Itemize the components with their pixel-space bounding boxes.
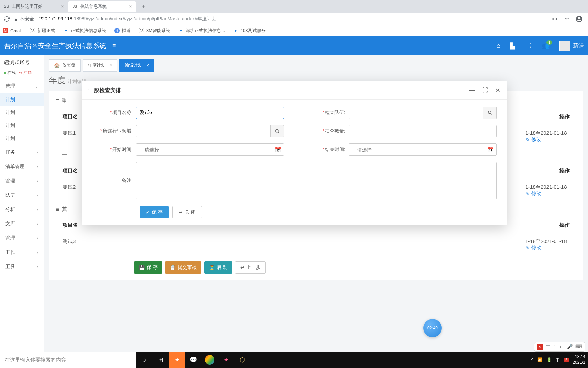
taskbar-app-icon[interactable]: ✦	[218, 352, 234, 368]
bookmark-item[interactable]: JS3M智能系统	[139, 28, 170, 34]
tray-up-icon[interactable]: ^	[531, 357, 533, 362]
sidebar-sub-plan[interactable]: 计划	[0, 132, 44, 145]
sidebar-item-tools[interactable]: 工具‹	[0, 260, 44, 274]
industry-input[interactable]	[136, 125, 271, 137]
browser-tab-active[interactable]: JS 执法信息系统 ×	[68, 1, 136, 12]
close-icon[interactable]: ×	[110, 63, 112, 68]
prev-button[interactable]: ↩ 上一步	[235, 261, 266, 274]
task-view-icon[interactable]: ⊞	[152, 352, 169, 368]
remark-textarea[interactable]	[136, 162, 497, 199]
svg-point-1	[578, 17, 581, 19]
sidebar-item-task[interactable]: 任务‹	[0, 145, 44, 159]
timer-bubble[interactable]: 02:49	[423, 319, 442, 337]
notification-icon[interactable]: 👥1	[542, 42, 549, 50]
chevron-left-icon: ‹	[37, 150, 38, 155]
taskbar-app-icon[interactable]: ⬡	[234, 352, 250, 368]
browser-tab[interactable]: 23_上网从这里开始 ×	[0, 1, 68, 12]
ime-punct-icon[interactable]: °,	[553, 344, 557, 350]
reload-button[interactable]	[3, 15, 11, 23]
taskbar-search[interactable]: 在这里输入你要搜索的内容	[0, 352, 136, 368]
bookmark-item[interactable]: 禅禅道	[114, 28, 131, 34]
close-icon[interactable]: ×	[61, 3, 64, 10]
cortana-icon[interactable]: ○	[136, 352, 152, 368]
sidebar-sub-plan[interactable]: 计划	[0, 106, 44, 119]
sidebar-item-manage[interactable]: 管理⌄	[0, 79, 44, 93]
taskbar-clock[interactable]: 18:14 2021/1	[573, 354, 585, 365]
chart-icon[interactable]: ▙	[510, 42, 515, 50]
bookmark-item[interactable]: ▼深圳正式执法信息...	[178, 28, 225, 34]
star-icon[interactable]: ☆	[564, 16, 570, 22]
ime-keyboard-icon[interactable]: ⌨	[575, 344, 582, 350]
hamburger-icon[interactable]: ≡	[112, 42, 116, 49]
submit-button[interactable]: 📋 提交审核	[165, 261, 201, 274]
ime-tray[interactable]: 中	[556, 357, 560, 363]
bookmark-item[interactable]: ▼103测试服务	[233, 28, 266, 34]
close-icon[interactable]: ✕	[495, 87, 500, 94]
chevron-left-icon: ‹	[37, 179, 38, 183]
sidebar-sub-plan[interactable]: 计划	[0, 119, 44, 132]
content-tab-annual[interactable]: 年度计划×	[83, 59, 117, 72]
search-button[interactable]	[483, 107, 497, 119]
chevron-down-icon: ⌄	[35, 84, 38, 89]
taskbar-app-icon[interactable]: ✦	[169, 352, 185, 368]
svg-point-2	[488, 111, 491, 114]
sidebar-sub-plan[interactable]: 计划	[0, 93, 44, 106]
modal-save-button[interactable]: ✓ 保 存	[140, 206, 169, 218]
sample-input[interactable]	[349, 125, 497, 137]
modal-close-button[interactable]: ↩ 关 闭	[172, 206, 202, 218]
save-button[interactable]: 💾 保 存	[134, 261, 162, 274]
ime-toolbar[interactable]: S 中 °, ☺ 🎤 ⌨	[534, 342, 585, 352]
chrome-icon[interactable]	[201, 352, 218, 368]
logout-link[interactable]: ↪ 注销	[19, 70, 32, 76]
sidebar-item-work[interactable]: 工作‹	[0, 245, 44, 260]
bookmark-gmail[interactable]: MGmail	[3, 28, 22, 33]
table-header: 操作	[559, 168, 570, 174]
url-box[interactable]: ▲ 不安全 | 220.171.99.118:18989/yjzf/admin/…	[14, 16, 549, 22]
fullscreen-icon[interactable]: ⛶	[525, 42, 532, 49]
table-header: 项目名	[63, 222, 78, 228]
sidebar-item-docs[interactable]: 文库‹	[0, 217, 44, 231]
content-tab-edit[interactable]: 编辑计划×	[119, 59, 154, 72]
user-menu[interactable]: 新疆	[559, 41, 584, 51]
start-date-input[interactable]	[136, 143, 284, 156]
ime-mode[interactable]: 中	[546, 344, 551, 350]
inbox-icon[interactable]: ⌂	[496, 42, 500, 49]
modal-title: 一般检查安排	[88, 87, 121, 94]
sidebar-item-mgmt[interactable]: 管理‹	[0, 174, 44, 188]
edit-link[interactable]: ✎ 修改	[525, 245, 570, 251]
wechat-icon[interactable]: 💬	[185, 352, 201, 368]
project-name-input[interactable]	[136, 107, 284, 119]
sogou-tray-icon[interactable]: S	[564, 358, 569, 362]
calendar-icon[interactable]: 📅	[275, 146, 281, 153]
field-label: *检查队伍:	[305, 110, 349, 116]
sidebar-item-list[interactable]: 清单管理‹	[0, 159, 44, 174]
profile-icon[interactable]	[576, 16, 583, 22]
sidebar-item-mgmt2[interactable]: 管理‹	[0, 231, 44, 245]
close-icon[interactable]: ×	[129, 3, 132, 10]
battery-icon[interactable]: 🔋	[546, 357, 552, 362]
ime-emoji-icon[interactable]: ☺	[559, 344, 564, 350]
chevron-left-icon: ‹	[37, 250, 38, 255]
close-icon[interactable]: ×	[146, 63, 149, 68]
minimize-button[interactable]: —	[572, 0, 588, 13]
bookmark-item[interactable]: ▼正式执法信息系统	[63, 28, 106, 34]
bookmark-item[interactable]: JS新疆正式	[30, 28, 55, 34]
sidebar-item-analysis[interactable]: 分析‹	[0, 202, 44, 217]
ime-mic-icon[interactable]: 🎤	[567, 344, 573, 350]
new-tab-button[interactable]: +	[139, 2, 148, 11]
calendar-icon[interactable]: 📅	[487, 146, 494, 153]
start-button[interactable]: ⏳ 启 动	[204, 261, 232, 274]
end-date-input[interactable]	[349, 143, 497, 156]
wifi-icon[interactable]: 📶	[537, 357, 542, 362]
maximize-icon[interactable]: ⛶	[482, 87, 488, 94]
content-tab-dashboard[interactable]: 🏠仪表盘	[49, 59, 81, 72]
key-icon[interactable]: ⊶	[551, 16, 558, 22]
sidebar-item-team[interactable]: 队伍‹	[0, 188, 44, 202]
edit-link[interactable]: ✎ 修改	[525, 136, 570, 143]
app-title: 吾尔自治区安全生产执法信息系统	[4, 41, 106, 50]
edit-link[interactable]: ✎ 修改	[525, 190, 570, 197]
minimize-icon[interactable]: —	[469, 87, 475, 94]
url-text: 220.171.99.118:18989/yjzf/admin/index#/y…	[39, 16, 217, 22]
team-input[interactable]	[349, 107, 483, 119]
search-button[interactable]	[271, 125, 284, 137]
